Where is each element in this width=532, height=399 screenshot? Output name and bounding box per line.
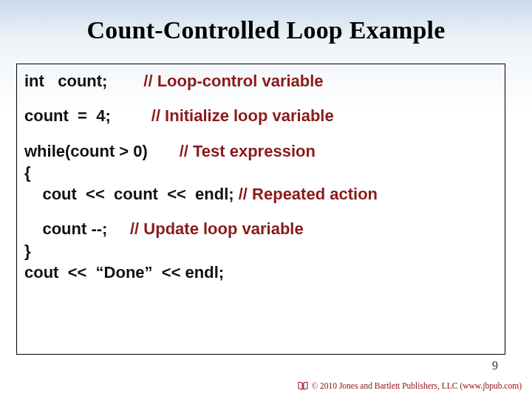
code-line-5: cout << count << endl; // Repeated actio… [24,185,497,203]
code-text: count = 4; [24,106,111,125]
code-line-6: count --; // Update loop variable [24,219,497,238]
code-text: count --; [24,219,107,238]
code-line-2: count = 4; // Initialize loop variable [24,106,497,125]
code-line-1: int count; // Loop-control variable [24,72,497,90]
code-line-3: while(count > 0) // Test expression [24,142,497,160]
code-line-4: { [24,163,497,182]
code-text: cout << count << endl; [24,185,234,203]
copyright-text: © 2010 Jones and Bartlett Publishers, LL… [311,381,522,390]
code-comment: // Loop-control variable [143,72,323,90]
code-text: } [24,242,31,260]
code-comment: // Update loop variable [130,219,304,238]
page-number: 9 [492,359,498,372]
code-line-7: } [24,242,497,260]
code-line-8: cout << “Done” << endl; [24,263,497,282]
code-box: int count; // Loop-control variable coun… [16,64,505,355]
book-icon [298,381,308,392]
code-comment: // Initialize loop variable [151,106,334,125]
copyright-line: © 2010 Jones and Bartlett Publishers, LL… [298,381,522,392]
code-text: cout << “Done” << endl; [24,263,224,282]
slide-title: Count-Controlled Loop Example [0,0,532,44]
code-text: { [24,163,31,182]
code-comment: // Repeated action [239,185,378,203]
code-text: int count; [24,72,107,90]
code-text: while(count > 0) [24,142,148,160]
code-comment: // Test expression [180,142,316,160]
slide: Count-Controlled Loop Example int count;… [0,0,532,399]
